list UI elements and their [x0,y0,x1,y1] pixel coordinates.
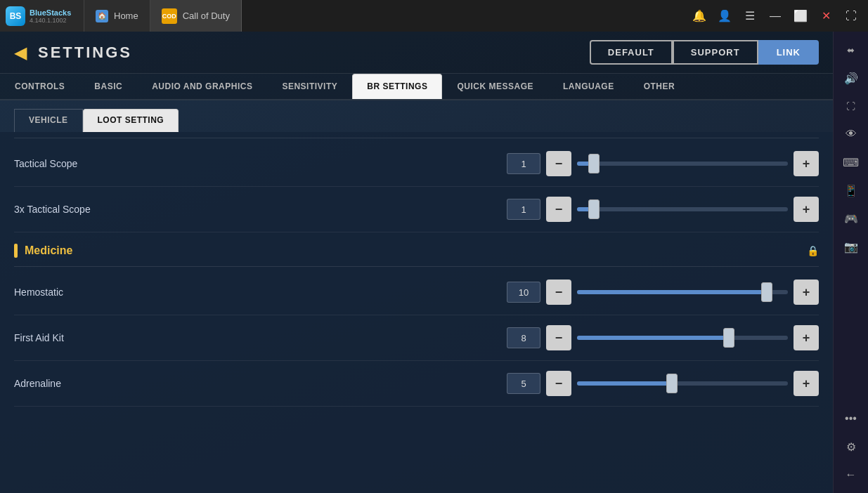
cod-icon: COD [162,8,177,24]
first-aid-value: 8 [507,327,540,348]
first-aid-fill [577,336,729,340]
tab-quick-message[interactable]: QUICK MESSAGE [442,74,548,99]
sidebar-keyboard-icon[interactable]: ⌨ [838,150,864,175]
3x-tactical-scope-minus[interactable]: − [546,197,571,222]
first-aid-thumb[interactable] [723,328,734,348]
subtabs-row: VEHICLE LOOT SETTING [0,100,833,132]
bluestacks-icon: BS [6,6,25,26]
adrenaline-minus[interactable]: − [546,371,571,396]
sidebar-controller-icon[interactable]: 🎮 [838,206,864,231]
hemostatic-fill [577,290,767,294]
hemostatic-controls: 10 − + [507,280,819,305]
top-separator [14,138,819,138]
expand-icon[interactable]: ⛶ [840,5,862,27]
link-button[interactable]: LINK [758,40,819,65]
tab-controls[interactable]: CONTROLS [0,74,79,99]
tabs-row: CONTROLS BASIC AUDIO AND GRAPHICS SENSIT… [0,74,833,100]
adrenaline-slider[interactable] [577,371,788,396]
bluestacks-name: BlueStacks [30,8,71,17]
tactical-scope-value: 1 [507,153,540,174]
hemostatic-minus[interactable]: − [546,280,571,305]
back-button[interactable]: ◀ [14,43,27,63]
3x-tactical-scope-row: 3x Tactical Scope 1 − + [14,187,819,232]
support-button[interactable]: SUPPORT [673,40,758,65]
3x-tactical-scope-label: 3x Tactical Scope [14,204,155,215]
3x-tactical-scope-value: 1 [507,199,540,220]
first-aid-slider[interactable] [577,325,788,350]
content-area: ◀ SETTINGS DEFAULT SUPPORT LINK CONTROLS… [0,32,833,493]
first-aid-row: First Aid Kit 8 − + [14,315,819,361]
sidebar-back-icon[interactable]: ← [838,462,864,487]
tab-language[interactable]: LANGUAGE [548,74,629,99]
first-aid-track [577,336,788,340]
medicine-section-icon: 🔒 [807,245,819,256]
tactical-scope-thumb[interactable] [588,154,600,173]
3x-tactical-scope-plus[interactable]: + [793,197,819,222]
tab-audio-graphics[interactable]: AUDIO AND GRAPHICS [137,74,267,99]
subtab-loot-setting[interactable]: LOOT SETTING [83,109,179,132]
tab-sensitivity[interactable]: SENSITIVITY [267,74,352,99]
adrenaline-track [577,381,788,386]
tactical-scope-slider[interactable] [577,151,788,176]
account-icon[interactable]: 👤 [713,5,736,27]
tab-cod[interactable]: COD Call of Duty [150,0,242,32]
home-icon: 🏠 [96,10,108,22]
adrenaline-row: Adrenaline 5 − + [14,361,819,407]
subtab-vehicle[interactable]: VEHICLE [14,109,83,132]
minimize-button[interactable]: — [764,5,786,27]
3x-tactical-scope-thumb[interactable] [588,199,600,219]
settings-content: Tactical Scope 1 − + 3x Tactical Scope [0,132,833,493]
adrenaline-label: Adrenaline [14,378,155,389]
sidebar-camera-icon[interactable]: 📷 [838,234,864,259]
medicine-section-title: Medicine [25,244,72,257]
sidebar-fullscreen-icon[interactable]: ⛶ [838,93,864,119]
sidebar-gear-icon[interactable]: ⚙ [838,434,864,459]
first-aid-controls: 8 − + [507,325,819,350]
sidebar-volume-icon[interactable]: 🔊 [838,65,864,91]
notification-icon[interactable]: 🔔 [688,5,711,27]
sidebar-ellipsis-icon[interactable]: ••• [838,406,864,431]
adrenaline-plus[interactable]: + [793,371,819,396]
adrenaline-controls: 5 − + [507,371,819,396]
tab-br-settings[interactable]: BR SETTINGS [352,74,442,99]
hemostatic-label: Hemostatic [14,287,155,298]
medicine-separator [14,266,819,267]
first-aid-minus[interactable]: − [546,325,571,350]
hemostatic-value: 10 [507,282,540,303]
adrenaline-value: 5 [507,373,540,394]
tab-other[interactable]: OTHER [629,74,690,99]
close-button[interactable]: ✕ [815,5,837,27]
adrenaline-fill [577,381,672,386]
tactical-scope-track [577,162,788,166]
titlebar: BS BlueStacks 4.140.1.1002 🏠 Home COD Ca… [0,0,868,32]
hemostatic-thumb[interactable] [761,282,772,302]
adrenaline-thumb[interactable] [666,374,678,393]
default-button[interactable]: DEFAULT [590,40,673,65]
hemostatic-plus[interactable]: + [793,280,819,305]
first-aid-plus[interactable]: + [793,325,819,350]
settings-title: SETTINGS [38,44,132,62]
medicine-section-header: Medicine 🔒 [14,232,819,263]
tactical-scope-controls: 1 − + [507,151,819,176]
tab-home[interactable]: 🏠 Home [84,0,150,32]
first-aid-label: First Aid Kit [14,332,155,343]
main-layout: ◀ SETTINGS DEFAULT SUPPORT LINK CONTROLS… [0,32,868,493]
3x-tactical-scope-slider[interactable] [577,197,788,222]
hemostatic-row: Hemostatic 10 − + [14,270,819,315]
right-sidebar: ⬌ 🔊 ⛶ 👁 ⌨ 📱 🎮 📷 ••• ⚙ ← [833,32,868,493]
tactical-scope-minus[interactable]: − [546,151,571,176]
bluestacks-version: 4.140.1.1002 [30,17,71,24]
bluestacks-logo: BS BlueStacks 4.140.1.1002 [0,0,84,32]
tab-cod-label: Call of Duty [183,11,230,21]
tab-basic[interactable]: BASIC [79,74,137,99]
3x-tactical-scope-controls: 1 − + [507,197,819,222]
sidebar-phone-icon[interactable]: 📱 [838,178,864,203]
hemostatic-slider[interactable] [577,280,788,305]
restore-button[interactable]: ⬜ [789,5,812,27]
sidebar-eye-icon[interactable]: 👁 [838,121,864,147]
titlebar-controls: 🔔 👤 ☰ — ⬜ ✕ ⛶ [688,5,868,27]
hemostatic-track [577,290,788,294]
sidebar-expand-icon[interactable]: ⬌ [838,37,864,63]
menu-icon[interactable]: ☰ [739,5,761,27]
tactical-scope-plus[interactable]: + [793,151,819,176]
